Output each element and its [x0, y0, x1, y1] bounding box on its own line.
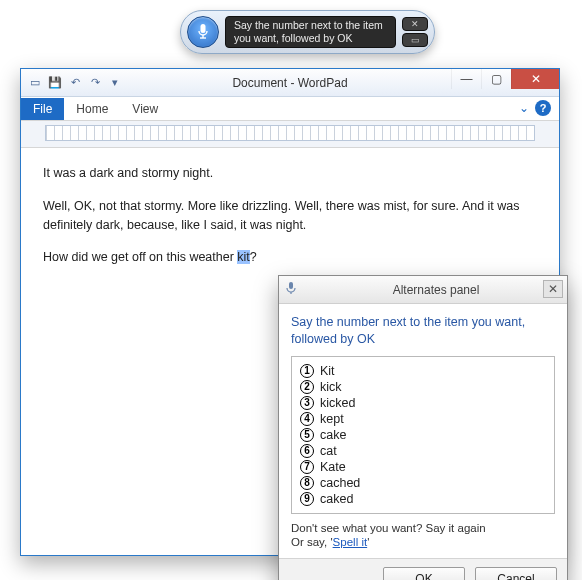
- list-item[interactable]: 9caked: [300, 491, 546, 507]
- title-bar[interactable]: ▭ 💾 ↶ ↷ ▾ Document - WordPad — ▢ ✕: [21, 69, 559, 97]
- tab-file[interactable]: File: [21, 98, 64, 120]
- close-button[interactable]: ✕: [511, 69, 559, 89]
- hint2-suffix: ': [367, 536, 369, 548]
- hint2-prefix: Or say, ': [291, 536, 333, 548]
- list-item[interactable]: 6cat: [300, 443, 546, 459]
- selected-word: kit: [237, 250, 250, 264]
- maximize-button[interactable]: ▢: [481, 69, 511, 89]
- item-text: cake: [320, 428, 346, 442]
- list-item[interactable]: 1Kit: [300, 363, 546, 379]
- app-icon: ▭: [27, 75, 43, 91]
- item-text: cat: [320, 444, 337, 458]
- spell-it-link[interactable]: Spell it: [333, 536, 368, 548]
- item-number: 1: [300, 364, 314, 378]
- redo-icon[interactable]: ↷: [87, 75, 103, 91]
- list-item[interactable]: 7Kate: [300, 459, 546, 475]
- microphone-icon: [285, 281, 305, 298]
- alternates-hint-1: Don't see what you want? Say it again: [291, 522, 555, 534]
- item-number: 5: [300, 428, 314, 442]
- alternates-title: Alternates panel: [305, 283, 567, 297]
- paragraph-2: Well, OK, not that stormy. More like dri…: [43, 197, 537, 235]
- item-number: 9: [300, 492, 314, 506]
- paragraph-1: It was a dark and stormy night.: [43, 164, 537, 183]
- alternates-button-row: OK Cancel: [279, 558, 567, 580]
- ribbon-tabs: File Home View ⌄ ?: [21, 97, 559, 121]
- ok-button[interactable]: OK: [383, 567, 465, 580]
- save-icon[interactable]: 💾: [47, 75, 63, 91]
- paragraph-3-after: ?: [250, 250, 257, 264]
- tab-view[interactable]: View: [120, 98, 170, 120]
- undo-icon[interactable]: ↶: [67, 75, 83, 91]
- list-item[interactable]: 5cake: [300, 427, 546, 443]
- list-item[interactable]: 2kick: [300, 379, 546, 395]
- alternates-close-button[interactable]: ✕: [543, 280, 563, 298]
- paragraph-3: How did we get off on this weather kit?: [43, 248, 537, 267]
- alternates-hint-2: Or say, 'Spell it': [291, 536, 555, 548]
- item-text: Kate: [320, 460, 346, 474]
- paragraph-3-before: How did we get off on this weather: [43, 250, 237, 264]
- svg-rect-3: [289, 282, 293, 289]
- help-icon[interactable]: ?: [535, 100, 551, 116]
- quick-access-toolbar: ▭ 💾 ↶ ↷ ▾: [21, 75, 123, 91]
- alternates-body: Say the number next to the item you want…: [279, 304, 567, 558]
- list-item[interactable]: 8cached: [300, 475, 546, 491]
- microphone-button[interactable]: [187, 16, 219, 48]
- item-text: Kit: [320, 364, 335, 378]
- alternates-panel: Alternates panel ✕ Say the number next t…: [278, 275, 568, 580]
- item-text: kick: [320, 380, 342, 394]
- item-text: kicked: [320, 396, 355, 410]
- microphone-icon: [196, 23, 210, 41]
- ribbon-help: ⌄ ?: [519, 100, 551, 116]
- tab-home[interactable]: Home: [64, 98, 120, 120]
- alternates-title-bar[interactable]: Alternates panel ✕: [279, 276, 567, 304]
- item-number: 4: [300, 412, 314, 426]
- svg-rect-0: [201, 24, 206, 33]
- item-number: 8: [300, 476, 314, 490]
- item-number: 2: [300, 380, 314, 394]
- alternates-prompt: Say the number next to the item you want…: [291, 314, 555, 348]
- ruler[interactable]: [45, 125, 535, 141]
- speech-options-icon[interactable]: ▭: [402, 33, 428, 47]
- collapse-ribbon-icon[interactable]: ⌄: [519, 101, 529, 115]
- item-number: 6: [300, 444, 314, 458]
- speech-pill-tools: ✕ ▭: [402, 17, 428, 47]
- alternates-list: 1Kit 2kick 3kicked 4kept 5cake 6cat 7Kat…: [291, 356, 555, 514]
- speech-correction-icon[interactable]: ✕: [402, 17, 428, 31]
- ruler-area: [21, 121, 559, 148]
- item-text: cached: [320, 476, 360, 490]
- item-text: kept: [320, 412, 344, 426]
- minimize-button[interactable]: —: [451, 69, 481, 89]
- window-controls: — ▢ ✕: [451, 69, 559, 89]
- speech-status-message: Say the number next to the item you want…: [225, 16, 396, 48]
- list-item[interactable]: 3kicked: [300, 395, 546, 411]
- item-number: 3: [300, 396, 314, 410]
- qat-dropdown-icon[interactable]: ▾: [107, 75, 123, 91]
- cancel-button[interactable]: Cancel: [475, 567, 557, 580]
- item-text: caked: [320, 492, 353, 506]
- speech-recognition-pill: Say the number next to the item you want…: [180, 10, 435, 54]
- item-number: 7: [300, 460, 314, 474]
- list-item[interactable]: 4kept: [300, 411, 546, 427]
